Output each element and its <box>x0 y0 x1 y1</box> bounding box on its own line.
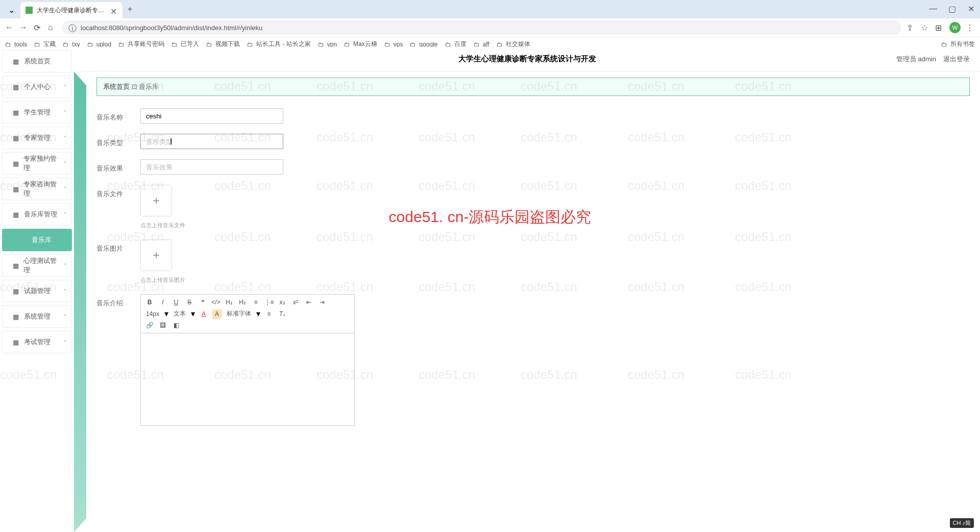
chevron-down-icon: ˅ <box>64 110 66 115</box>
tab-list-dropdown[interactable]: ⌄ <box>8 5 16 13</box>
browser-tab[interactable]: 大学生心理健康诊断专家系统 ✕ <box>20 2 122 18</box>
forward-button[interactable]: → <box>19 23 29 32</box>
sidebar-item[interactable]: ▦个人中心˅ <box>2 76 72 98</box>
tab-bar: ⌄ 大学生心理健康诊断专家系统 ✕ + — ▢ ✕ <box>0 0 980 18</box>
music-type-label: 音乐类型 <box>96 134 140 148</box>
image-button[interactable]: 🖼 <box>158 321 167 330</box>
sidebar-item[interactable]: ▦试题管理˅ <box>2 280 72 302</box>
sidebar-item-label: 考试管理 <box>24 337 51 347</box>
sidebar-item[interactable]: ▦专家预约管理˅ <box>2 152 72 175</box>
url-input[interactable]: ⓘ localhost:8080/springboot3y50l/admin/d… <box>62 20 901 35</box>
sidebar-item[interactable]: ▦专家咨询管理˅ <box>2 178 72 200</box>
close-icon[interactable]: ✕ <box>110 7 117 14</box>
italic-button[interactable]: I <box>158 298 167 307</box>
chevron-down-icon: ˅ <box>64 186 66 192</box>
site-info-icon[interactable]: ⓘ <box>68 23 77 32</box>
subscript-button[interactable]: x₂ <box>278 298 287 307</box>
sidebar-item[interactable]: 音乐库 <box>2 229 72 251</box>
chevron-icon: ▾ <box>164 309 168 319</box>
back-button[interactable]: ← <box>5 23 14 32</box>
logout-link[interactable]: 退出登录 <box>943 55 970 64</box>
sidebar-item[interactable]: ▦心理测试管理˅ <box>2 254 72 277</box>
chevron-down-icon: ˅ <box>64 288 66 294</box>
minimize-button[interactable]: — <box>929 4 936 11</box>
file-upload-box[interactable]: + <box>140 185 172 216</box>
file-upload-hint: 点击上传音乐文件 <box>140 222 185 229</box>
clear-format-button[interactable]: Tₓ <box>278 309 287 319</box>
image-upload-box[interactable]: + <box>140 239 172 271</box>
music-effect-label: 音乐效果 <box>96 159 140 173</box>
form-row-name: 音乐名称 <box>96 108 970 124</box>
app-root: ▦系统首页▦个人中心˅▦学生管理˅▦专家管理˅▦专家预约管理˅▦专家咨询管理˅▦… <box>0 47 980 532</box>
link-button[interactable]: 🔗 <box>145 321 154 330</box>
strike-button[interactable]: S <box>185 298 194 307</box>
browser-chrome: ⌄ 大学生心理健康诊断专家系统 ✕ + — ▢ ✕ ← → ⟳ ⌂ ⓘ loca… <box>0 0 980 47</box>
new-tab-button[interactable]: + <box>128 5 132 14</box>
calendar-icon: ▦ <box>13 160 19 167</box>
text-type-select[interactable]: 文本 <box>173 309 187 318</box>
font-family-select[interactable]: 标准字体 <box>226 309 252 318</box>
sidebar-item[interactable]: ▦专家管理˅ <box>2 127 72 149</box>
breadcrumb-home[interactable]: 系统首页 <box>103 83 130 90</box>
code-button[interactable]: </> <box>211 298 220 307</box>
form-row-effect: 音乐效果 <box>96 159 970 175</box>
maximize-button[interactable]: ▢ <box>948 4 955 11</box>
chevron-up-icon: ˄ <box>64 212 66 217</box>
grid-icon: ▦ <box>13 338 20 346</box>
outdent-button[interactable]: ⇥ <box>317 298 327 307</box>
h1-button[interactable]: H₁ <box>225 298 234 307</box>
ime-indicator[interactable]: CH ♪筒 <box>950 518 974 528</box>
ordered-list-button[interactable]: ≡ <box>251 298 260 307</box>
header-right: 管理员 admin 退出登录 <box>896 55 970 64</box>
align-button[interactable]: ≡ <box>264 309 274 319</box>
home-icon: ▦ <box>13 58 20 65</box>
music-intro-label: 音乐介绍 <box>96 294 140 308</box>
music-effect-input[interactable] <box>140 159 283 175</box>
grid-icon: ▦ <box>13 262 19 269</box>
bg-color-button[interactable]: A <box>212 309 222 319</box>
menu-icon[interactable]: ⋮ <box>966 23 975 32</box>
breadcrumb-current: 音乐库 <box>139 83 159 90</box>
sidebar-item[interactable]: ▦系统管理˅ <box>2 305 72 328</box>
grid-icon: ▦ <box>13 185 19 192</box>
plus-icon: + <box>153 248 160 262</box>
text-color-button[interactable]: A <box>199 309 208 319</box>
sidebar-item[interactable]: ▦系统首页 <box>2 50 72 72</box>
grid-icon: ▦ <box>13 109 20 116</box>
profile-avatar[interactable]: W <box>949 22 961 33</box>
underline-button[interactable]: U <box>172 298 181 307</box>
reload-button[interactable]: ⟳ <box>34 23 43 32</box>
indent-button[interactable]: ⇤ <box>304 298 313 307</box>
music-icon: ▦ <box>13 211 20 218</box>
unordered-list-button[interactable]: ⋮≡ <box>264 298 274 307</box>
superscript-button[interactable]: x² <box>291 298 300 307</box>
h2-button[interactable]: H₂ <box>238 298 247 307</box>
share-button[interactable]: ⇪ <box>906 23 916 32</box>
chevron-down-icon: ˅ <box>64 84 66 90</box>
music-name-input[interactable] <box>140 108 283 124</box>
close-window-button[interactable]: ✕ <box>968 4 975 11</box>
sidebar-item[interactable]: ▦学生管理˅ <box>2 101 72 124</box>
video-button[interactable]: ◧ <box>172 321 181 330</box>
quote-button[interactable]: ❝ <box>198 298 207 307</box>
sidebar-item-label: 音乐库管理 <box>24 210 57 219</box>
bookmark-star-icon[interactable]: ☆ <box>921 23 930 32</box>
sidebar-item[interactable]: ▦考试管理˅ <box>2 331 72 353</box>
content: 系统首页 ⊡ 音乐库 音乐名称 音乐类型 I <box>86 71 980 532</box>
chevron-down-icon: ˅ <box>64 340 66 345</box>
extensions-icon[interactable]: ⊞ <box>935 23 944 32</box>
bold-button[interactable]: B <box>145 298 154 307</box>
editor-body[interactable] <box>141 333 354 425</box>
sidebar-item-label: 系统首页 <box>24 57 51 66</box>
music-image-label: 音乐图片 <box>96 239 140 253</box>
font-size-select[interactable]: 14px <box>145 310 160 318</box>
sidebar-item[interactable]: ▦音乐库管理˄ <box>2 203 72 226</box>
chevron-down-icon: ˅ <box>64 161 66 166</box>
chevron-down-icon: ˅ <box>64 314 66 320</box>
music-type-input[interactable] <box>140 134 283 149</box>
sidebar-item-label: 专家管理 <box>24 133 51 142</box>
url-bar: ← → ⟳ ⌂ ⓘ localhost:8080/springboot3y50l… <box>0 18 980 37</box>
home-button[interactable]: ⌂ <box>48 23 57 32</box>
grid-icon: ▦ <box>13 313 20 320</box>
editor-toolbar: B I U S ❝ </> H₁ H₂ ≡ ⋮≡ x₂ <box>141 295 354 333</box>
